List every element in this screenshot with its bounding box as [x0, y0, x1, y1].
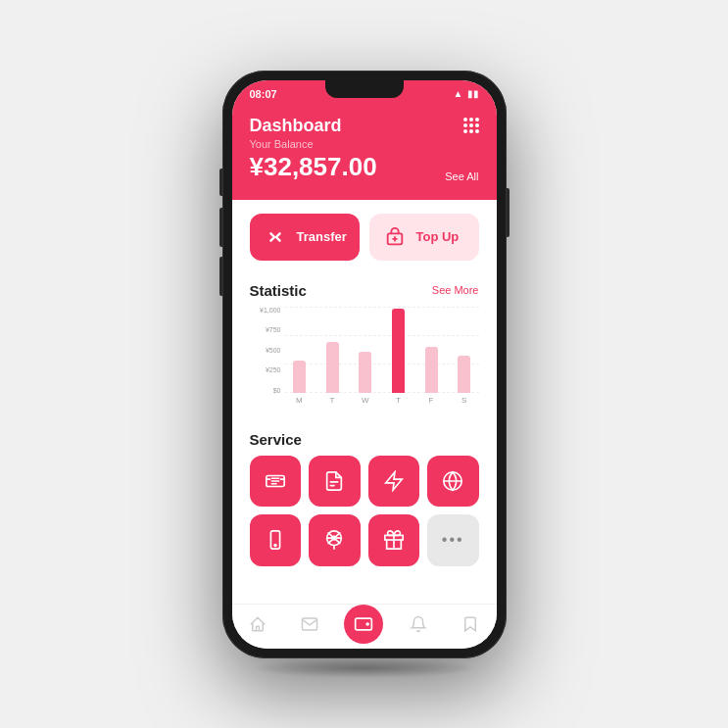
nav-mail[interactable]: [292, 607, 327, 642]
status-time: 08:07: [250, 88, 277, 100]
service-more[interactable]: •••: [427, 514, 479, 566]
volume-up-button: [219, 208, 222, 247]
menu-button[interactable]: [463, 118, 479, 133]
service-globe[interactable]: [427, 456, 479, 508]
x-label-W: W: [351, 396, 380, 405]
y-label-250: ¥250: [250, 366, 281, 373]
svg-rect-28: [356, 618, 372, 630]
balance-amount: ¥32,857.00: [250, 152, 377, 182]
service-section: Service: [232, 421, 497, 574]
x-label-S: S: [450, 396, 479, 405]
nav-wallet[interactable]: [344, 605, 383, 644]
see-all-button[interactable]: See All: [445, 170, 478, 182]
page-title: Dashboard: [250, 116, 342, 136]
service-header: Service: [250, 431, 479, 448]
y-label-0: $0: [250, 387, 281, 394]
dot: [475, 123, 479, 127]
dot: [469, 123, 473, 127]
bar-W: [351, 307, 380, 393]
dot: [469, 118, 473, 121]
y-label-750: ¥750: [250, 326, 281, 333]
header: Dashboard Your Balance ¥3: [232, 108, 497, 200]
bottom-nav: [232, 604, 497, 649]
svg-marker-11: [386, 472, 403, 490]
service-ferris[interactable]: [309, 514, 361, 566]
dot: [469, 129, 473, 133]
phone-shadow: [251, 658, 478, 678]
phone-frame: 08:07 ▲ ▮▮ Dashboard: [222, 71, 507, 658]
svg-point-29: [367, 623, 369, 625]
topup-button[interactable]: Top Up: [369, 214, 479, 261]
chart-container: ¥1,000 ¥750 ¥500 ¥250 $0: [250, 307, 479, 417]
transfer-button[interactable]: Transfer: [250, 214, 360, 261]
x-label-T1: T: [317, 396, 347, 405]
service-energy[interactable]: [368, 456, 420, 508]
service-mobile[interactable]: [250, 514, 302, 566]
x-label-T2: T: [384, 396, 413, 405]
notch: [325, 80, 404, 98]
nav-notifications[interactable]: [401, 607, 436, 642]
topup-label: Top Up: [416, 229, 460, 244]
y-label-500: ¥500: [250, 347, 281, 354]
dot: [463, 129, 467, 133]
power-button: [507, 188, 510, 237]
bar-S: [450, 307, 479, 393]
balance-row: ¥32,857.00 See All: [250, 152, 479, 182]
bar-M: [285, 307, 315, 393]
dot: [463, 118, 467, 121]
action-buttons: Transfer Top Up: [232, 200, 497, 274]
transfer-label: Transfer: [297, 229, 347, 244]
y-label-1000: ¥1,000: [250, 307, 281, 314]
dot: [475, 129, 479, 133]
battery-icon: ▮▮: [467, 88, 479, 99]
wifi-icon: ▲: [454, 88, 463, 99]
balance-label: Your Balance: [250, 138, 479, 150]
x-label-M: M: [285, 396, 315, 405]
volume-down-button: [219, 257, 222, 296]
service-document[interactable]: [309, 456, 361, 508]
service-title: Service: [250, 431, 302, 448]
screen-content[interactable]: Dashboard Your Balance ¥3: [232, 108, 497, 604]
bar-T1: [317, 307, 347, 393]
transfer-icon: [262, 223, 289, 251]
svg-point-16: [274, 545, 276, 547]
phone-screen: 08:07 ▲ ▮▮ Dashboard: [232, 80, 497, 649]
bar-T2: [384, 307, 413, 393]
service-gift[interactable]: [368, 514, 420, 566]
statistic-header: Statistic See More: [250, 282, 479, 299]
dot: [475, 118, 479, 121]
statistic-title: Statistic: [250, 282, 307, 299]
status-icons: ▲ ▮▮: [454, 88, 479, 99]
dot: [463, 123, 467, 127]
header-top: Dashboard: [250, 116, 479, 136]
x-label-F: F: [416, 396, 446, 405]
see-more-button[interactable]: See More: [432, 284, 479, 296]
bar-F: [416, 307, 446, 393]
silent-button: [219, 169, 222, 196]
nav-home[interactable]: [240, 607, 275, 642]
statistic-section: Statistic See More ¥1,000 ¥750 ¥500 ¥250…: [232, 274, 497, 421]
service-grid: •••: [250, 456, 479, 566]
more-dots-icon: •••: [442, 531, 464, 549]
service-ticket[interactable]: [250, 456, 302, 508]
topup-icon: [381, 223, 409, 251]
nav-bookmark[interactable]: [453, 607, 488, 642]
